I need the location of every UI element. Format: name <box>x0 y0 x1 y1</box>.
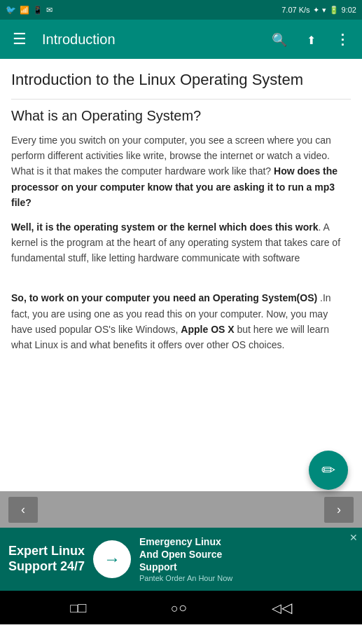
system-nav-bar: □ ○ ◁ <box>0 591 362 624</box>
nav-bar: ‹ › <box>0 491 362 528</box>
battery-icon: 🔋 <box>329 6 339 15</box>
section-heading: What is an Operating System? <box>11 108 351 124</box>
paragraph-3: So, to work on your computer you need an… <box>11 275 351 353</box>
menu-button[interactable] <box>8 26 31 53</box>
home-button[interactable]: ○ <box>165 594 193 622</box>
fab-button[interactable]: ✏ <box>309 451 348 490</box>
para3-bold2: Apple OS X <box>181 324 234 335</box>
pencil-icon: ✏ <box>321 460 335 480</box>
search-button[interactable] <box>267 26 291 53</box>
paragraph-1: Every time you switch on your computer, … <box>11 132 351 211</box>
paragraph-2: Well, it is the operating system or the … <box>11 219 351 266</box>
ad-right-sub: Pantek Order An Hour Now <box>139 573 354 583</box>
page-title: Introduction to the Linux Operating Syst… <box>11 70 351 90</box>
status-bar: 🐦 📶 📱 ✉ 7.07 K/s ✦ ▾ 🔋 9:02 <box>0 0 362 20</box>
mail-icon: ✉ <box>46 6 53 15</box>
ad-close-button[interactable]: ✕ <box>349 532 358 543</box>
para2-bold: Well, it is the operating system or the … <box>11 221 319 233</box>
prev-button[interactable]: ‹ <box>8 497 38 523</box>
twitter-icon: 🐦 <box>6 5 16 15</box>
ad-right-title: Emergency LinuxAnd Open SourceSupport <box>139 535 354 574</box>
time-display: 9:02 <box>342 6 356 14</box>
wifi-icon: 📶 <box>20 6 29 15</box>
phone-icon: 📱 <box>33 6 43 15</box>
para3-bold1: So, to work on your computer you need an… <box>11 292 317 303</box>
more-options-button[interactable] <box>331 26 354 53</box>
recents-button[interactable]: □ <box>64 594 92 622</box>
app-bar: Introduction <box>0 20 362 59</box>
ad-left-label: Expert Linux Support 24/7 <box>8 544 85 573</box>
signal-icon: ▾ <box>322 6 326 15</box>
back-button[interactable]: ◁ <box>266 594 298 622</box>
ad-circle-button[interactable]: → <box>93 540 131 578</box>
share-button[interactable] <box>302 26 320 53</box>
app-bar-title: Introduction <box>42 32 256 48</box>
ad-right-text: Emergency LinuxAnd Open SourceSupport Pa… <box>139 535 354 584</box>
next-button[interactable]: › <box>324 497 354 523</box>
network-speed: 7.07 K/s <box>281 6 309 14</box>
next-arrow-icon: › <box>337 502 341 517</box>
bluetooth-icon: ✦ <box>313 6 319 15</box>
ad-arrow-icon: → <box>104 549 120 569</box>
status-left-icons: 🐦 📶 📱 ✉ <box>6 5 53 15</box>
ad-banner: Expert Linux Support 24/7 → Emergency Li… <box>0 528 362 591</box>
prev-arrow-icon: ‹ <box>21 502 25 517</box>
main-content: Introduction to the Linux Operating Syst… <box>0 59 362 491</box>
status-right-info: 7.07 K/s ✦ ▾ 🔋 9:02 <box>281 6 356 15</box>
title-divider <box>11 99 351 100</box>
ad-left-text: Expert Linux Support 24/7 <box>8 544 85 574</box>
